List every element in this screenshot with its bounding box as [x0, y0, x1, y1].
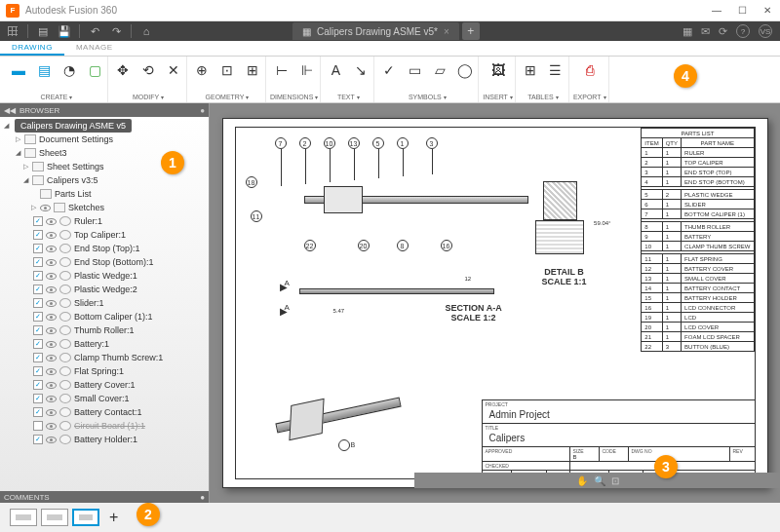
checkbox-icon[interactable]: ✓	[33, 271, 43, 281]
file-icon[interactable]: ▤	[36, 24, 50, 38]
checkbox-icon[interactable]: ✓	[33, 339, 43, 349]
parts-list-row[interactable]: 52PLASTIC WEDGE	[642, 190, 754, 200]
parts-list-row[interactable]: 111FLAT SPRING	[642, 254, 754, 264]
tab-drawing[interactable]: DRAWING	[0, 41, 64, 56]
visibility-icon[interactable]	[46, 300, 57, 307]
balloon-icon[interactable]: ◯	[454, 59, 476, 81]
title-block[interactable]: PROJECTAdmin Project TITLECalipers APPRO…	[482, 399, 755, 478]
detail-view[interactable]: DETAIL BSCALE 1:1	[535, 220, 594, 269]
zoom-window-icon[interactable]: ⊡	[611, 475, 619, 486]
minimize-button[interactable]: —	[704, 0, 729, 21]
balloon[interactable]: 7	[275, 137, 287, 149]
new-tab-button[interactable]: +	[462, 22, 480, 40]
feature-frame-icon[interactable]: ▭	[404, 59, 425, 81]
balloon[interactable]: 2	[299, 137, 311, 149]
parts-list-icon[interactable]: ☰	[545, 59, 566, 81]
document-tab[interactable]: ▦ Calipers Drawing ASME v5* ×	[292, 22, 459, 40]
parts-list-row[interactable]: 141BATTERY CONTACT	[642, 284, 754, 293]
checkbox-icon[interactable]: ✓	[33, 435, 43, 444]
job-status-icon[interactable]: ⟳	[719, 25, 727, 38]
symbols-group-label[interactable]: SYMBOLS	[409, 94, 447, 102]
iso-view[interactable]: B	[265, 391, 411, 469]
parts-list-row[interactable]: 31END STOP (TOP)	[642, 168, 754, 177]
section-view-icon[interactable]: ◔	[58, 59, 80, 81]
dimension-icon[interactable]: ⊢	[271, 59, 292, 81]
detail-view-icon[interactable]: ▢	[84, 59, 105, 81]
visibility-icon[interactable]	[46, 409, 57, 416]
create-group-label[interactable]: CREATE	[41, 94, 73, 102]
checkbox-icon[interactable]: ✓	[33, 366, 43, 376]
pan-icon[interactable]: ✋	[576, 475, 588, 486]
tree-root-row[interactable]: ◢Calipers Drawing ASME v5	[0, 119, 209, 133]
tree-part-item[interactable]: ✓Top Caliper:1	[0, 228, 209, 242]
tree-part-item[interactable]: ✓Clamp Thumb Screw:1	[0, 351, 209, 364]
rotate-icon[interactable]: ⟲	[137, 59, 159, 81]
checkbox-icon[interactable]: ✓	[33, 325, 43, 335]
balloon[interactable]: 18	[246, 176, 257, 188]
tree-parts-list[interactable]: Parts List	[0, 187, 209, 201]
insert-group-label[interactable]: INSERT	[483, 94, 513, 102]
checkbox-icon[interactable]: ✓	[33, 244, 43, 253]
parts-list-row[interactable]: 91BATTERY	[642, 232, 754, 242]
checkbox-icon[interactable]: ✓	[33, 230, 43, 240]
datum-icon[interactable]: ▱	[429, 59, 450, 81]
sheet-thumb-1[interactable]	[10, 509, 37, 526]
tree-part-item[interactable]: ✓Thumb Roller:1	[0, 323, 209, 337]
balloon[interactable]: 1	[397, 137, 409, 149]
balloon[interactable]: 13	[348, 137, 360, 149]
maximize-button[interactable]: ☐	[729, 0, 755, 21]
geometry-group-label[interactable]: GEOMETRY	[206, 94, 250, 102]
drawing-sheet[interactable]: PARTS LIST ITEMQTYPART NAME 11RULER21TOP…	[222, 118, 768, 488]
text-group-label[interactable]: TEXT	[337, 94, 360, 102]
table-icon[interactable]: ⊞	[520, 59, 541, 81]
balloon[interactable]: 20	[358, 240, 370, 251]
user-profile-icon[interactable]: VS	[759, 24, 772, 38]
base-view-icon[interactable]: ▬	[8, 59, 29, 81]
sheet-thumb-2[interactable]	[41, 509, 68, 526]
drawing-canvas[interactable]: PARTS LIST ITEMQTYPART NAME 11RULER21TOP…	[210, 103, 780, 503]
visibility-icon[interactable]	[46, 368, 57, 375]
tree-part-item[interactable]: ✓End Stop (Bottom):1	[0, 255, 209, 269]
parts-list-row[interactable]: 161LCD CONNECTOR	[642, 303, 754, 313]
tree-part-item[interactable]: ✓Ruler:1	[0, 214, 209, 228]
parts-list-row[interactable]: 21TOP CALIPER	[642, 158, 754, 168]
menu-icon[interactable]	[6, 24, 20, 38]
tree-part-item[interactable]: ✓Battery Cover:1	[0, 378, 209, 392]
centermark-icon[interactable]: ⊡	[216, 59, 238, 81]
parts-list-row[interactable]: 101CLAMP THUMB SCREW	[642, 242, 754, 251]
tree-part-item[interactable]: ✓End Stop (Top):1	[0, 242, 209, 255]
save-icon[interactable]: 💾	[58, 24, 71, 38]
notifications-icon[interactable]: ✉	[701, 25, 710, 38]
insert-image-icon[interactable]: 🖼	[488, 59, 509, 81]
visibility-icon[interactable]	[46, 273, 57, 280]
edge-icon[interactable]: ⊞	[242, 59, 263, 81]
balloon[interactable]: 3	[426, 137, 438, 149]
checkbox-icon[interactable]: ✓	[33, 380, 43, 390]
visibility-icon[interactable]	[46, 437, 57, 443]
undo-icon[interactable]: ↶	[88, 24, 101, 38]
visibility-icon[interactable]	[40, 205, 51, 211]
delete-icon[interactable]: ✕	[163, 59, 184, 81]
tree-part-item[interactable]: ✓Flat Spring:1	[0, 364, 209, 378]
help-icon[interactable]: ?	[736, 24, 750, 38]
tree-part-item[interactable]: ✓Plastic Wedge:2	[0, 283, 209, 296]
checkbox-icon[interactable]: ✓	[33, 298, 43, 308]
checkbox-icon[interactable]: ✓	[33, 353, 43, 362]
balloon[interactable]: 10	[324, 137, 335, 149]
parts-list-row[interactable]: 211FOAM LCD SPACER	[642, 332, 754, 342]
close-tab-icon[interactable]: ×	[444, 26, 449, 37]
parts-list-row[interactable]: 201LCD COVER	[642, 323, 754, 332]
extensions-icon[interactable]: ▦	[682, 25, 692, 38]
parts-list-row[interactable]: 191LCD	[642, 313, 754, 323]
checkbox-icon[interactable]: ✓	[33, 407, 43, 417]
checkbox-icon[interactable]: ✓	[33, 394, 43, 403]
export-group-label[interactable]: EXPORT	[573, 94, 606, 102]
parts-list-row[interactable]: 41END STOP (BOTTOM)	[642, 177, 754, 187]
tree-part-item[interactable]: Circuit Board (1):1	[0, 419, 209, 433]
checkbox-icon[interactable]: ✓	[33, 312, 43, 322]
close-button[interactable]: ✕	[755, 0, 780, 21]
tree-part-item[interactable]: ✓Bottom Caliper (1):1	[0, 310, 209, 323]
browser-header[interactable]: ◀◀ BROWSER ●	[0, 103, 209, 117]
move-icon[interactable]: ✥	[112, 59, 134, 81]
browser-options-icon[interactable]: ●	[200, 106, 205, 115]
